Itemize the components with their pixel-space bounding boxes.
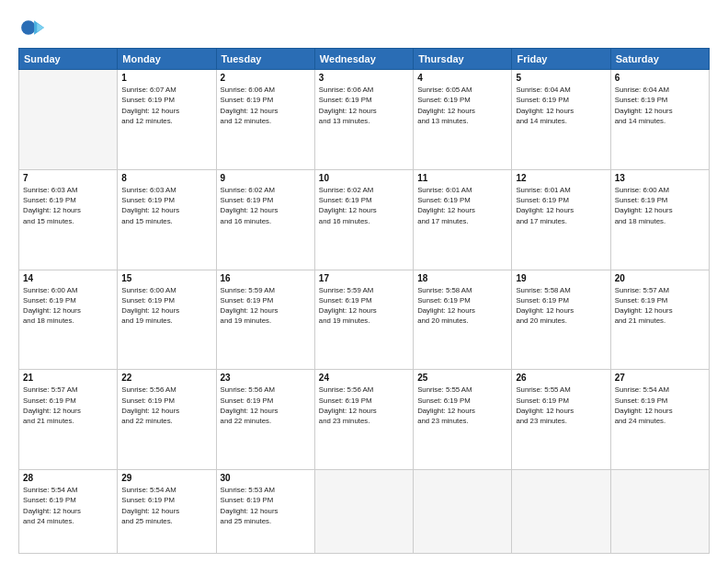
day-number: 15 [121, 273, 211, 283]
calendar-cell: 14Sunrise: 6:00 AM Sunset: 6:19 PM Dayli… [19, 270, 118, 370]
calendar-cell: 20Sunrise: 5:57 AM Sunset: 6:19 PM Dayli… [610, 270, 709, 370]
day-number: 10 [319, 173, 409, 183]
day-info: Sunrise: 6:01 AM Sunset: 6:19 PM Dayligh… [417, 185, 507, 226]
day-header-friday: Friday [512, 49, 610, 70]
day-number: 22 [121, 373, 211, 383]
day-number: 9 [221, 173, 311, 183]
calendar-cell: 23Sunrise: 5:56 AM Sunset: 6:19 PM Dayli… [216, 370, 314, 470]
day-info: Sunrise: 6:05 AM Sunset: 6:19 PM Dayligh… [417, 85, 507, 126]
day-info: Sunrise: 6:02 AM Sunset: 6:19 PM Dayligh… [319, 185, 409, 226]
calendar-cell: 26Sunrise: 5:55 AM Sunset: 6:19 PM Dayli… [512, 370, 610, 470]
day-info: Sunrise: 5:54 AM Sunset: 6:19 PM Dayligh… [121, 485, 211, 526]
calendar-cell: 3Sunrise: 6:06 AM Sunset: 6:19 PM Daylig… [314, 70, 413, 170]
calendar-table: SundayMondayTuesdayWednesdayThursdayFrid… [18, 48, 710, 554]
day-info: Sunrise: 5:53 AM Sunset: 6:19 PM Dayligh… [221, 485, 311, 526]
calendar-cell: 19Sunrise: 5:58 AM Sunset: 6:19 PM Dayli… [512, 270, 610, 370]
logo [18, 15, 48, 40]
day-info: Sunrise: 5:54 AM Sunset: 6:19 PM Dayligh… [23, 485, 113, 526]
day-info: Sunrise: 5:58 AM Sunset: 6:19 PM Dayligh… [417, 285, 507, 327]
calendar-cell: 25Sunrise: 5:55 AM Sunset: 6:19 PM Dayli… [414, 370, 512, 470]
calendar-week-row: 21Sunrise: 5:57 AM Sunset: 6:19 PM Dayli… [19, 370, 710, 470]
day-header-wednesday: Wednesday [314, 49, 413, 70]
calendar-cell: 21Sunrise: 5:57 AM Sunset: 6:19 PM Dayli… [19, 370, 118, 470]
day-number: 18 [417, 273, 507, 283]
day-info: Sunrise: 6:02 AM Sunset: 6:19 PM Dayligh… [221, 185, 311, 226]
day-info: Sunrise: 5:56 AM Sunset: 6:19 PM Dayligh… [121, 385, 211, 426]
calendar-cell: 30Sunrise: 5:53 AM Sunset: 6:19 PM Dayli… [216, 470, 314, 554]
day-number: 16 [221, 273, 311, 283]
day-header-tuesday: Tuesday [216, 49, 314, 70]
day-number: 13 [615, 173, 705, 183]
day-info: Sunrise: 5:56 AM Sunset: 6:19 PM Dayligh… [319, 385, 409, 426]
calendar-cell [314, 470, 413, 554]
day-info: Sunrise: 5:58 AM Sunset: 6:19 PM Dayligh… [516, 285, 606, 327]
calendar-cell: 6Sunrise: 6:04 AM Sunset: 6:19 PM Daylig… [610, 70, 709, 170]
calendar-cell: 8Sunrise: 6:03 AM Sunset: 6:19 PM Daylig… [118, 169, 216, 270]
day-info: Sunrise: 6:04 AM Sunset: 6:19 PM Dayligh… [516, 85, 606, 126]
calendar-cell: 15Sunrise: 6:00 AM Sunset: 6:19 PM Dayli… [118, 270, 216, 370]
logo-icon [18, 15, 44, 40]
page: SundayMondayTuesdayWednesdayThursdayFrid… [0, 0, 728, 563]
calendar-cell: 2Sunrise: 6:06 AM Sunset: 6:19 PM Daylig… [216, 70, 314, 170]
calendar-cell: 11Sunrise: 6:01 AM Sunset: 6:19 PM Dayli… [414, 169, 512, 270]
calendar-cell [19, 70, 118, 170]
calendar-cell: 10Sunrise: 6:02 AM Sunset: 6:19 PM Dayli… [314, 169, 413, 270]
day-info: Sunrise: 6:00 AM Sunset: 6:19 PM Dayligh… [121, 285, 211, 327]
day-number: 12 [516, 173, 606, 183]
day-number: 20 [615, 273, 705, 283]
day-number: 14 [23, 273, 113, 283]
calendar-cell: 5Sunrise: 6:04 AM Sunset: 6:19 PM Daylig… [512, 70, 610, 170]
day-info: Sunrise: 6:07 AM Sunset: 6:19 PM Dayligh… [121, 85, 211, 126]
day-number: 25 [417, 373, 507, 383]
day-number: 3 [319, 73, 409, 83]
day-number: 8 [121, 173, 211, 183]
calendar-week-row: 28Sunrise: 5:54 AM Sunset: 6:19 PM Dayli… [19, 470, 710, 554]
calendar-cell: 22Sunrise: 5:56 AM Sunset: 6:19 PM Dayli… [118, 370, 216, 470]
day-number: 4 [417, 73, 507, 83]
day-number: 27 [615, 373, 705, 383]
day-info: Sunrise: 5:56 AM Sunset: 6:19 PM Dayligh… [221, 385, 311, 426]
day-info: Sunrise: 6:00 AM Sunset: 6:19 PM Dayligh… [615, 185, 705, 226]
day-info: Sunrise: 5:55 AM Sunset: 6:19 PM Dayligh… [516, 385, 606, 426]
day-info: Sunrise: 5:55 AM Sunset: 6:19 PM Dayligh… [417, 385, 507, 426]
day-info: Sunrise: 5:59 AM Sunset: 6:19 PM Dayligh… [221, 285, 311, 327]
calendar-cell: 24Sunrise: 5:56 AM Sunset: 6:19 PM Dayli… [314, 370, 413, 470]
day-info: Sunrise: 6:01 AM Sunset: 6:19 PM Dayligh… [516, 185, 606, 226]
day-info: Sunrise: 5:57 AM Sunset: 6:19 PM Dayligh… [23, 385, 113, 426]
day-info: Sunrise: 6:03 AM Sunset: 6:19 PM Dayligh… [121, 185, 211, 226]
day-info: Sunrise: 6:06 AM Sunset: 6:19 PM Dayligh… [221, 85, 311, 126]
calendar-week-row: 14Sunrise: 6:00 AM Sunset: 6:19 PM Dayli… [19, 270, 710, 370]
calendar-header-row: SundayMondayTuesdayWednesdayThursdayFrid… [19, 49, 710, 70]
day-info: Sunrise: 5:54 AM Sunset: 6:19 PM Dayligh… [615, 385, 705, 426]
day-header-thursday: Thursday [414, 49, 512, 70]
day-number: 28 [23, 473, 113, 483]
day-info: Sunrise: 6:04 AM Sunset: 6:19 PM Dayligh… [615, 85, 705, 126]
day-number: 24 [319, 373, 409, 383]
day-info: Sunrise: 6:06 AM Sunset: 6:19 PM Dayligh… [319, 85, 409, 126]
calendar-cell [610, 470, 709, 554]
calendar-cell: 9Sunrise: 6:02 AM Sunset: 6:19 PM Daylig… [216, 169, 314, 270]
calendar-week-row: 7Sunrise: 6:03 AM Sunset: 6:19 PM Daylig… [19, 169, 710, 270]
day-info: Sunrise: 5:57 AM Sunset: 6:19 PM Dayligh… [615, 285, 705, 327]
day-number: 7 [23, 173, 113, 183]
day-number: 23 [221, 373, 311, 383]
day-number: 5 [516, 73, 606, 83]
calendar-cell: 18Sunrise: 5:58 AM Sunset: 6:19 PM Dayli… [414, 270, 512, 370]
calendar-cell: 12Sunrise: 6:01 AM Sunset: 6:19 PM Dayli… [512, 169, 610, 270]
calendar-cell: 7Sunrise: 6:03 AM Sunset: 6:19 PM Daylig… [19, 169, 118, 270]
day-number: 11 [417, 173, 507, 183]
day-info: Sunrise: 6:03 AM Sunset: 6:19 PM Dayligh… [23, 185, 113, 226]
calendar-cell: 1Sunrise: 6:07 AM Sunset: 6:19 PM Daylig… [118, 70, 216, 170]
day-header-saturday: Saturday [610, 49, 709, 70]
day-header-monday: Monday [118, 49, 216, 70]
calendar-cell: 28Sunrise: 5:54 AM Sunset: 6:19 PM Dayli… [19, 470, 118, 554]
calendar-cell: 17Sunrise: 5:59 AM Sunset: 6:19 PM Dayli… [314, 270, 413, 370]
calendar-week-row: 1Sunrise: 6:07 AM Sunset: 6:19 PM Daylig… [19, 70, 710, 170]
day-number: 29 [121, 473, 211, 483]
calendar-cell [512, 470, 610, 554]
day-number: 19 [516, 273, 606, 283]
day-number: 2 [221, 73, 311, 83]
calendar-cell: 29Sunrise: 5:54 AM Sunset: 6:19 PM Dayli… [118, 470, 216, 554]
header [18, 15, 710, 40]
day-number: 21 [23, 373, 113, 383]
